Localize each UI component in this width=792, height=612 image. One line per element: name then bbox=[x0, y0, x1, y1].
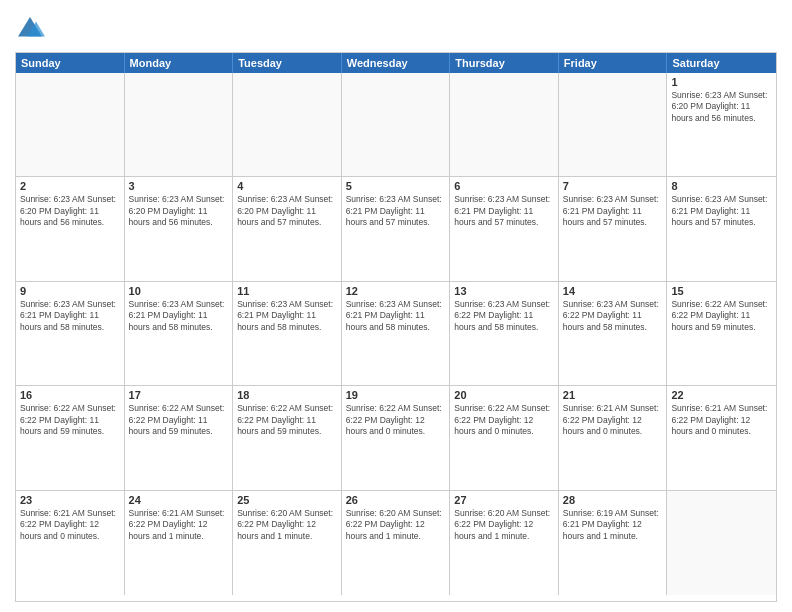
day-cell-20: 20Sunrise: 6:22 AM Sunset: 6:22 PM Dayli… bbox=[450, 386, 559, 489]
empty-cell-0-1 bbox=[125, 73, 234, 176]
day-cell-26: 26Sunrise: 6:20 AM Sunset: 6:22 PM Dayli… bbox=[342, 491, 451, 595]
day-cell-21: 21Sunrise: 6:21 AM Sunset: 6:22 PM Dayli… bbox=[559, 386, 668, 489]
header-day-monday: Monday bbox=[125, 53, 234, 73]
day-number: 18 bbox=[237, 389, 337, 401]
empty-cell-0-0 bbox=[16, 73, 125, 176]
day-info: Sunrise: 6:22 AM Sunset: 6:22 PM Dayligh… bbox=[454, 403, 554, 437]
day-info: Sunrise: 6:23 AM Sunset: 6:21 PM Dayligh… bbox=[237, 299, 337, 333]
day-cell-12: 12Sunrise: 6:23 AM Sunset: 6:21 PM Dayli… bbox=[342, 282, 451, 385]
header-day-saturday: Saturday bbox=[667, 53, 776, 73]
day-info: Sunrise: 6:20 AM Sunset: 6:22 PM Dayligh… bbox=[346, 508, 446, 542]
day-cell-16: 16Sunrise: 6:22 AM Sunset: 6:22 PM Dayli… bbox=[16, 386, 125, 489]
day-cell-13: 13Sunrise: 6:23 AM Sunset: 6:22 PM Dayli… bbox=[450, 282, 559, 385]
header-day-friday: Friday bbox=[559, 53, 668, 73]
day-number: 10 bbox=[129, 285, 229, 297]
page: SundayMondayTuesdayWednesdayThursdayFrid… bbox=[0, 0, 792, 612]
day-info: Sunrise: 6:23 AM Sunset: 6:21 PM Dayligh… bbox=[346, 194, 446, 228]
day-info: Sunrise: 6:19 AM Sunset: 6:21 PM Dayligh… bbox=[563, 508, 663, 542]
day-info: Sunrise: 6:23 AM Sunset: 6:21 PM Dayligh… bbox=[20, 299, 120, 333]
empty-cell-0-3 bbox=[342, 73, 451, 176]
empty-cell-4-6 bbox=[667, 491, 776, 595]
day-cell-4: 4Sunrise: 6:23 AM Sunset: 6:20 PM Daylig… bbox=[233, 177, 342, 280]
day-number: 13 bbox=[454, 285, 554, 297]
day-number: 6 bbox=[454, 180, 554, 192]
day-cell-17: 17Sunrise: 6:22 AM Sunset: 6:22 PM Dayli… bbox=[125, 386, 234, 489]
day-number: 17 bbox=[129, 389, 229, 401]
day-cell-6: 6Sunrise: 6:23 AM Sunset: 6:21 PM Daylig… bbox=[450, 177, 559, 280]
day-number: 22 bbox=[671, 389, 772, 401]
day-info: Sunrise: 6:23 AM Sunset: 6:20 PM Dayligh… bbox=[20, 194, 120, 228]
day-cell-24: 24Sunrise: 6:21 AM Sunset: 6:22 PM Dayli… bbox=[125, 491, 234, 595]
day-number: 7 bbox=[563, 180, 663, 192]
day-info: Sunrise: 6:22 AM Sunset: 6:22 PM Dayligh… bbox=[671, 299, 772, 333]
day-info: Sunrise: 6:22 AM Sunset: 6:22 PM Dayligh… bbox=[20, 403, 120, 437]
empty-cell-0-2 bbox=[233, 73, 342, 176]
day-info: Sunrise: 6:22 AM Sunset: 6:22 PM Dayligh… bbox=[346, 403, 446, 437]
header-day-wednesday: Wednesday bbox=[342, 53, 451, 73]
calendar-row-4: 16Sunrise: 6:22 AM Sunset: 6:22 PM Dayli… bbox=[16, 386, 776, 490]
day-cell-7: 7Sunrise: 6:23 AM Sunset: 6:21 PM Daylig… bbox=[559, 177, 668, 280]
day-number: 11 bbox=[237, 285, 337, 297]
day-number: 1 bbox=[671, 76, 772, 88]
empty-cell-0-4 bbox=[450, 73, 559, 176]
day-info: Sunrise: 6:21 AM Sunset: 6:22 PM Dayligh… bbox=[129, 508, 229, 542]
day-info: Sunrise: 6:22 AM Sunset: 6:22 PM Dayligh… bbox=[129, 403, 229, 437]
day-cell-15: 15Sunrise: 6:22 AM Sunset: 6:22 PM Dayli… bbox=[667, 282, 776, 385]
day-cell-10: 10Sunrise: 6:23 AM Sunset: 6:21 PM Dayli… bbox=[125, 282, 234, 385]
calendar-row-1: 1Sunrise: 6:23 AM Sunset: 6:20 PM Daylig… bbox=[16, 73, 776, 177]
day-info: Sunrise: 6:23 AM Sunset: 6:21 PM Dayligh… bbox=[671, 194, 772, 228]
day-cell-14: 14Sunrise: 6:23 AM Sunset: 6:22 PM Dayli… bbox=[559, 282, 668, 385]
day-number: 24 bbox=[129, 494, 229, 506]
day-cell-23: 23Sunrise: 6:21 AM Sunset: 6:22 PM Dayli… bbox=[16, 491, 125, 595]
day-number: 19 bbox=[346, 389, 446, 401]
day-number: 5 bbox=[346, 180, 446, 192]
day-number: 21 bbox=[563, 389, 663, 401]
day-info: Sunrise: 6:23 AM Sunset: 6:22 PM Dayligh… bbox=[563, 299, 663, 333]
day-number: 15 bbox=[671, 285, 772, 297]
calendar-header: SundayMondayTuesdayWednesdayThursdayFrid… bbox=[16, 53, 776, 73]
day-number: 12 bbox=[346, 285, 446, 297]
day-cell-22: 22Sunrise: 6:21 AM Sunset: 6:22 PM Dayli… bbox=[667, 386, 776, 489]
day-number: 8 bbox=[671, 180, 772, 192]
day-cell-9: 9Sunrise: 6:23 AM Sunset: 6:21 PM Daylig… bbox=[16, 282, 125, 385]
day-cell-2: 2Sunrise: 6:23 AM Sunset: 6:20 PM Daylig… bbox=[16, 177, 125, 280]
day-info: Sunrise: 6:23 AM Sunset: 6:20 PM Dayligh… bbox=[671, 90, 772, 124]
calendar-row-5: 23Sunrise: 6:21 AM Sunset: 6:22 PM Dayli… bbox=[16, 491, 776, 595]
day-info: Sunrise: 6:23 AM Sunset: 6:21 PM Dayligh… bbox=[563, 194, 663, 228]
day-info: Sunrise: 6:20 AM Sunset: 6:22 PM Dayligh… bbox=[454, 508, 554, 542]
day-number: 16 bbox=[20, 389, 120, 401]
calendar-row-3: 9Sunrise: 6:23 AM Sunset: 6:21 PM Daylig… bbox=[16, 282, 776, 386]
day-info: Sunrise: 6:21 AM Sunset: 6:22 PM Dayligh… bbox=[671, 403, 772, 437]
day-info: Sunrise: 6:21 AM Sunset: 6:22 PM Dayligh… bbox=[20, 508, 120, 542]
day-info: Sunrise: 6:23 AM Sunset: 6:21 PM Dayligh… bbox=[454, 194, 554, 228]
day-number: 23 bbox=[20, 494, 120, 506]
logo bbox=[15, 14, 47, 44]
day-cell-27: 27Sunrise: 6:20 AM Sunset: 6:22 PM Dayli… bbox=[450, 491, 559, 595]
day-number: 25 bbox=[237, 494, 337, 506]
day-info: Sunrise: 6:21 AM Sunset: 6:22 PM Dayligh… bbox=[563, 403, 663, 437]
header bbox=[15, 10, 777, 44]
header-day-sunday: Sunday bbox=[16, 53, 125, 73]
calendar: SundayMondayTuesdayWednesdayThursdayFrid… bbox=[15, 52, 777, 602]
header-day-thursday: Thursday bbox=[450, 53, 559, 73]
day-info: Sunrise: 6:23 AM Sunset: 6:22 PM Dayligh… bbox=[454, 299, 554, 333]
day-number: 14 bbox=[563, 285, 663, 297]
calendar-row-2: 2Sunrise: 6:23 AM Sunset: 6:20 PM Daylig… bbox=[16, 177, 776, 281]
day-cell-1: 1Sunrise: 6:23 AM Sunset: 6:20 PM Daylig… bbox=[667, 73, 776, 176]
day-number: 4 bbox=[237, 180, 337, 192]
day-cell-28: 28Sunrise: 6:19 AM Sunset: 6:21 PM Dayli… bbox=[559, 491, 668, 595]
day-cell-18: 18Sunrise: 6:22 AM Sunset: 6:22 PM Dayli… bbox=[233, 386, 342, 489]
day-info: Sunrise: 6:22 AM Sunset: 6:22 PM Dayligh… bbox=[237, 403, 337, 437]
empty-cell-0-5 bbox=[559, 73, 668, 176]
day-number: 2 bbox=[20, 180, 120, 192]
day-number: 20 bbox=[454, 389, 554, 401]
day-number: 9 bbox=[20, 285, 120, 297]
day-number: 27 bbox=[454, 494, 554, 506]
day-number: 3 bbox=[129, 180, 229, 192]
day-number: 28 bbox=[563, 494, 663, 506]
day-info: Sunrise: 6:23 AM Sunset: 6:21 PM Dayligh… bbox=[129, 299, 229, 333]
header-day-tuesday: Tuesday bbox=[233, 53, 342, 73]
day-info: Sunrise: 6:23 AM Sunset: 6:20 PM Dayligh… bbox=[129, 194, 229, 228]
calendar-body: 1Sunrise: 6:23 AM Sunset: 6:20 PM Daylig… bbox=[16, 73, 776, 595]
day-cell-8: 8Sunrise: 6:23 AM Sunset: 6:21 PM Daylig… bbox=[667, 177, 776, 280]
